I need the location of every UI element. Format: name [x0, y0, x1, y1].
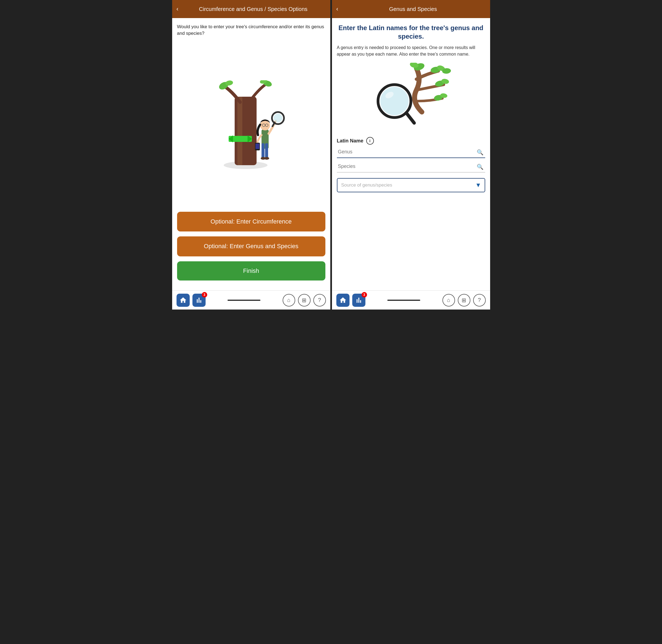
- screen2-main-title: Enter the Latin names for the tree's gen…: [337, 24, 485, 41]
- enter-circumference-button[interactable]: Optional: Enter Circumference: [177, 212, 325, 232]
- svg-rect-2: [237, 97, 242, 165]
- screen1-question: Would you like to enter your tree's circ…: [177, 24, 325, 37]
- enter-genus-species-button[interactable]: Optional: Enter Genus and Species: [177, 236, 325, 256]
- screens-container: ‹ Circumference and Genus / Species Opti…: [172, 0, 490, 309]
- nav-grid-circle[interactable]: ⊞: [298, 294, 311, 306]
- dropdown-arrow-icon: ▼: [475, 182, 481, 189]
- screen2-chart-nav-button[interactable]: 3: [352, 294, 366, 307]
- screen1: ‹ Circumference and Genus / Species Opti…: [172, 0, 330, 309]
- finish-button[interactable]: Finish: [177, 261, 325, 280]
- screen2-nav-badge: 3: [361, 292, 367, 298]
- svg-point-14: [264, 157, 269, 160]
- genus-input-wrapper: 🔍: [337, 146, 485, 158]
- species-search-icon: 🔍: [477, 163, 484, 170]
- screen2-header: ‹ Genus and Species: [332, 0, 490, 18]
- nav-badge: 3: [202, 292, 207, 298]
- species-input-wrapper: 🔍: [337, 161, 485, 172]
- nav-home-circle[interactable]: ⌂: [283, 294, 295, 306]
- svg-rect-11: [262, 143, 265, 158]
- screen2-nav-home-circle[interactable]: ⌂: [442, 294, 455, 306]
- species-input[interactable]: [337, 161, 485, 172]
- buttons-area: Optional: Enter Circumference Optional: …: [177, 212, 325, 285]
- svg-rect-12: [265, 143, 268, 158]
- magnifier-branch-illustration: [367, 63, 455, 131]
- screen2-nav-left: 3: [336, 294, 366, 307]
- info-icon-button[interactable]: i: [366, 137, 374, 145]
- screen2-bottom-nav: 3 ⌂ ⊞ ?: [332, 290, 490, 309]
- svg-rect-23: [256, 143, 259, 149]
- screen1-illustration: [177, 40, 325, 212]
- info-icon-label: i: [370, 139, 371, 143]
- screen2-title: Genus and Species: [340, 6, 486, 12]
- latin-name-label: Latin Name: [337, 138, 363, 144]
- svg-line-36: [406, 113, 414, 123]
- tree-illustration: [216, 80, 287, 171]
- genus-input[interactable]: [337, 146, 485, 158]
- bottom-line: [227, 300, 260, 301]
- nav-help-circle[interactable]: ?: [313, 294, 326, 306]
- svg-point-20: [273, 114, 282, 122]
- screen2-home-nav-button[interactable]: [336, 294, 350, 307]
- screen2-content: Enter the Latin names for the tree's gen…: [332, 18, 490, 290]
- screen1-back-button[interactable]: ‹: [177, 5, 178, 13]
- nav-left: 3: [177, 294, 205, 307]
- chart-nav-button[interactable]: 3: [193, 294, 205, 307]
- home-nav-button[interactable]: [177, 294, 190, 307]
- screen2-illustration: [337, 61, 485, 133]
- screen2-back-button[interactable]: ‹: [336, 5, 338, 13]
- source-dropdown[interactable]: Source of genus/species ▼: [337, 178, 485, 192]
- screen2: ‹ Genus and Species Enter the Latin name…: [332, 0, 490, 309]
- screen2-nav-grid-circle[interactable]: ⊞: [458, 294, 470, 306]
- screen1-header: ‹ Circumference and Genus / Species Opti…: [172, 0, 330, 18]
- screen2-bottom-line: [387, 300, 420, 301]
- screen1-content: Would you like to enter your tree's circ…: [172, 18, 330, 290]
- nav-right: ⌂ ⊞ ?: [283, 294, 326, 306]
- screen1-bottom-nav: 3 ⌂ ⊞ ?: [172, 290, 330, 309]
- genus-search-icon: 🔍: [477, 149, 484, 156]
- screen2-nav-help-circle[interactable]: ?: [473, 294, 486, 306]
- source-placeholder: Source of genus/species: [341, 182, 392, 188]
- screen2-description: A genus entry is needed to proceed to sp…: [337, 44, 485, 58]
- screen2-nav-right: ⌂ ⊞ ?: [442, 294, 486, 306]
- screen1-title: Circumference and Genus / Species Option…: [181, 6, 326, 12]
- svg-point-34: [380, 87, 409, 115]
- latin-name-row: Latin Name i: [337, 137, 485, 145]
